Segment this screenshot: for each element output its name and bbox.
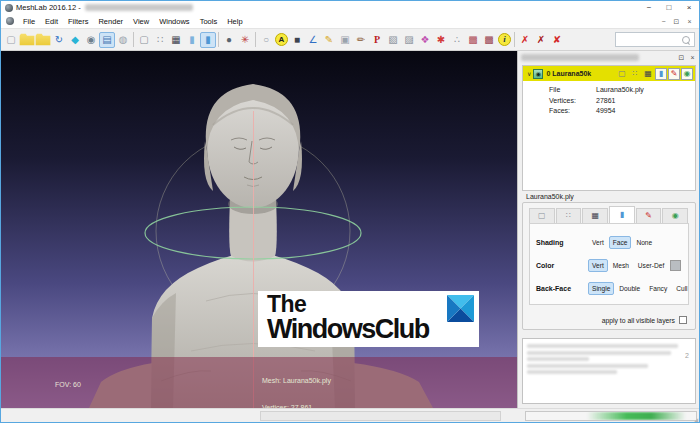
mdi-minimize-button[interactable]: − [657, 16, 670, 27]
apply-all-checkbox[interactable] [679, 316, 687, 324]
info-icon[interactable]: i [498, 33, 511, 46]
search-input[interactable] [616, 36, 682, 43]
shader-icon[interactable]: ■ [289, 32, 305, 48]
global-axis-icon[interactable]: ✳ [237, 32, 253, 48]
layer-bbox-toggle[interactable]: ▢ [616, 68, 628, 80]
dock-title-blurred [521, 54, 639, 61]
mdi-document-icon [6, 17, 14, 25]
close-button[interactable]: × [679, 1, 699, 14]
tab-bbox[interactable]: ▢ [529, 208, 555, 223]
delete-all-icon[interactable]: ✘ [549, 32, 565, 48]
select-connected-icon[interactable]: ∴ [449, 32, 465, 48]
maximize-button[interactable]: □ [659, 1, 679, 14]
dock-controls: ⊡× [676, 52, 698, 63]
minimize-button[interactable]: − [639, 1, 659, 14]
z-painting-icon[interactable]: ✏ [353, 32, 369, 48]
mdi-close-button[interactable]: × [683, 16, 696, 27]
layer-visibility-eye-icon[interactable]: ◉ [533, 69, 543, 79]
layer-wireframe-toggle[interactable]: ▦ [642, 68, 654, 80]
option-cull[interactable]: Cull [672, 282, 691, 295]
render-params-group: ▢∷▦▮✎◉ Shading VertFaceNone Color VertMe… [522, 202, 696, 330]
layer-dock-panel: ⊡× ∨ ◉ 0 Laurana50k ▢∷▦▮✎◉ File Laurana5… [517, 51, 700, 408]
open-project-icon[interactable] [19, 32, 35, 48]
export-mesh-icon[interactable]: ◆ [67, 32, 83, 48]
render-params-group-title: Laurana50k.ply [526, 193, 574, 200]
quality-mapper-icon[interactable]: ▩ [465, 32, 481, 48]
option-none[interactable]: None [632, 236, 656, 249]
dock-float-button[interactable]: ⊡ [676, 52, 687, 63]
freeze-matrix-icon[interactable]: ▣ [337, 32, 353, 48]
mdi-window-controls: −⊡× [657, 16, 696, 27]
dock-close-button[interactable]: × [687, 52, 698, 63]
radiance-scaling-icon[interactable]: ▩ [481, 32, 497, 48]
draw-texture-icon[interactable]: ● [221, 32, 237, 48]
trackball-icon[interactable]: ○ [258, 32, 274, 48]
color-options: VertMeshUser-Def [588, 259, 669, 272]
select-faces-icon[interactable]: ▧ [385, 32, 401, 48]
tab-wireframe[interactable]: ▦ [582, 208, 608, 223]
menu-edit[interactable]: Edit [40, 17, 63, 26]
chevron-down-icon[interactable]: ∨ [527, 70, 531, 77]
toolbar-separator [255, 32, 256, 47]
layer-color-toggle[interactable]: ✎ [668, 68, 680, 80]
progress-bar [525, 411, 697, 421]
menu-tools[interactable]: Tools [195, 17, 223, 26]
option-face[interactable]: Face [609, 236, 632, 249]
option-single[interactable]: Single [588, 282, 614, 295]
ambient-occlusion-icon[interactable]: A [275, 33, 288, 46]
option-vert[interactable]: Vert [588, 236, 608, 249]
resize-grip[interactable]: ◢ [693, 416, 698, 423]
toolbar-separator [514, 32, 515, 47]
decorators-icon[interactable]: ✱ [433, 32, 449, 48]
hud-right: Mesh: Laurana50k.ply Vertices: 27,861 Fa… [262, 357, 331, 408]
log-line-blurred [527, 344, 678, 348]
hud-fov: FOV: 60 [55, 380, 111, 390]
new-empty-project-icon[interactable]: ▢ [3, 32, 19, 48]
option-fancy[interactable]: Fancy [645, 282, 671, 295]
option-user-def[interactable]: User-Def [634, 259, 668, 272]
flat-shading-icon[interactable]: ▮ [184, 32, 200, 48]
show-raster-icon[interactable]: ◍ [115, 32, 131, 48]
layer-points-toggle[interactable]: ∷ [629, 68, 641, 80]
layers-list: ∨ ◉ 0 Laurana50k ▢∷▦▮✎◉ File Laurana50k.… [522, 65, 696, 191]
viewport-3d-canvas[interactable]: FOV: 60 FPS: 76.3 BO_RENDERING Mesh: Lau… [1, 51, 517, 408]
menu-file[interactable]: File [18, 17, 40, 26]
menu-windows[interactable]: Windows [154, 17, 194, 26]
menu-help[interactable]: Help [222, 17, 247, 26]
smooth-shading-icon[interactable]: ▮ [200, 32, 216, 48]
tab-points[interactable]: ∷ [556, 208, 582, 223]
draw-points-icon[interactable]: ∷ [152, 32, 168, 48]
reload-mesh-icon[interactable]: ↻ [51, 32, 67, 48]
layer-fill-toggle[interactable]: ▮ [655, 68, 667, 80]
sculpt-tool-icon[interactable]: ❖ [417, 32, 433, 48]
menu-filters[interactable]: Filters [63, 17, 93, 26]
backface-row: Back-Face SingleDoubleFancyCull [536, 277, 685, 300]
delete-current-raster-icon[interactable]: ✗ [533, 32, 549, 48]
show-layer-dialog-icon[interactable]: ▤ [99, 32, 115, 48]
progress-fill [587, 412, 686, 420]
option-vert[interactable]: Vert [588, 259, 608, 272]
tab-fill[interactable]: ▮ [609, 206, 635, 223]
window-title: MeshLab 2016.12 - [16, 3, 81, 12]
layer-row-laurana50k[interactable]: ∨ ◉ 0 Laurana50k ▢∷▦▮✎◉ [523, 66, 695, 81]
layer-texture-toggle[interactable]: ◉ [681, 68, 693, 80]
mdi-restore-button[interactable]: ⊡ [670, 16, 683, 27]
option-mesh[interactable]: Mesh [609, 259, 633, 272]
select-vertices-icon[interactable]: ▨ [401, 32, 417, 48]
color-row: Color VertMeshUser-Def [536, 254, 685, 277]
menu-view[interactable]: View [128, 17, 154, 26]
import-mesh-icon[interactable] [35, 32, 51, 48]
point-picker-icon[interactable]: ✎ [321, 32, 337, 48]
measure-tool-icon[interactable]: ∠ [305, 32, 321, 48]
parametrization-icon[interactable]: P [369, 32, 385, 48]
draw-bbox-icon[interactable]: ▢ [136, 32, 152, 48]
apply-all-row: apply to all visible layers [602, 316, 687, 324]
delete-current-mesh-icon[interactable]: ✗ [517, 32, 533, 48]
snapshot-icon[interactable]: ◉ [83, 32, 99, 48]
draw-wireframe-icon[interactable]: ▦ [168, 32, 184, 48]
tab-texture[interactable]: ◉ [662, 208, 688, 223]
menu-render[interactable]: Render [93, 17, 128, 26]
option-double[interactable]: Double [615, 282, 644, 295]
user-def-color-swatch[interactable] [670, 260, 681, 271]
tab-color[interactable]: ✎ [636, 208, 662, 223]
